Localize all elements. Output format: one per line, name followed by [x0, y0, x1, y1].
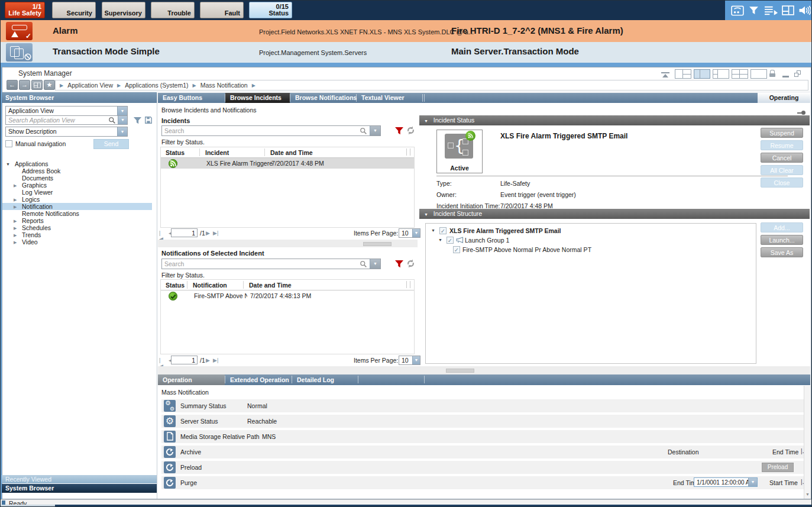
notifications-search-input[interactable]	[161, 259, 381, 269]
column-header-status[interactable]: Status	[166, 282, 185, 289]
notifications-refresh-icon[interactable]	[406, 259, 416, 269]
next-page-icon[interactable]: ▶	[206, 230, 210, 236]
save-filter-icon[interactable]	[144, 116, 153, 124]
alarm-event-row[interactable]: ✓ Alarm Project.Field Networks.XLS XNET …	[1, 20, 812, 42]
splitter-grip[interactable]	[363, 242, 392, 246]
recently-viewed-bar[interactable]: Recently Viewed	[2, 475, 157, 483]
incidents-refresh-icon[interactable]	[406, 125, 416, 135]
column-header-status[interactable]: Status	[166, 149, 185, 156]
restore-icon[interactable]	[794, 70, 801, 77]
sidebar-filter-icon[interactable]	[133, 116, 142, 125]
collapse-arrow-icon[interactable]: ▼	[424, 119, 428, 123]
transaction-event-icon[interactable]	[6, 43, 33, 62]
filter-icon[interactable]	[749, 5, 763, 16]
last-page-icon[interactable]: ▶|	[213, 357, 218, 363]
column-header-incident[interactable]: Incident	[205, 149, 229, 156]
archive-command-icon[interactable]	[164, 446, 176, 458]
window-layout-icon[interactable]	[782, 5, 796, 16]
tab-detailed-log[interactable]: Detailed Log	[292, 374, 358, 385]
life-safety-button[interactable]: 1/1 Life Safety	[5, 2, 45, 18]
pin-icon[interactable]	[797, 111, 805, 115]
tab-browse-notifications[interactable]: Browse Notifications	[290, 93, 356, 103]
close-button[interactable]: Close	[761, 177, 803, 188]
nav-frame-button[interactable]	[31, 80, 43, 90]
last-page-icon[interactable]: ▶|	[213, 230, 218, 236]
tree-item-reports[interactable]: ▶ Reports	[2, 217, 152, 224]
incident-status-header[interactable]: ▼ Incident Status	[419, 115, 810, 125]
event-list-icon[interactable]	[764, 5, 778, 16]
preload-button[interactable]: Preload	[762, 463, 794, 472]
splitter-grip[interactable]	[446, 369, 474, 373]
incidents-page-input[interactable]	[171, 228, 198, 237]
column-header-datetime[interactable]: Date and Time	[270, 149, 313, 156]
tree-item-documents[interactable]: Documents	[2, 175, 152, 182]
suspend-button[interactable]: Suspend	[761, 128, 803, 138]
nav-forward-button[interactable]: →	[19, 80, 30, 90]
tree-item-trends[interactable]: ▶ Trends	[2, 231, 152, 238]
fault-button[interactable]: Fault	[200, 2, 244, 18]
layout-icon-2[interactable]	[694, 69, 710, 79]
chevron-down-icon[interactable]: ▼	[412, 229, 420, 237]
incidents-filter-icon[interactable]	[394, 126, 404, 135]
lock-icon[interactable]	[769, 70, 775, 77]
horizontal-splitter[interactable]	[158, 240, 418, 247]
breadcrumb-item-application-view[interactable]: Application View	[67, 82, 113, 89]
nav-back-button[interactable]: ←	[7, 80, 18, 90]
tab-extended-operation[interactable]: Extended Operation	[225, 374, 292, 385]
layout-icon-3[interactable]	[713, 69, 729, 79]
tree-item-notification[interactable]: ▶ Notification	[2, 203, 152, 210]
structure-node-launch-group[interactable]: ▼ ✓ Launch Group 1	[426, 236, 756, 244]
chevron-down-icon[interactable]: ▼	[412, 356, 420, 364]
tab-easy-buttons[interactable]: Easy Buttons	[158, 93, 225, 103]
status-button[interactable]: 0/15 Status	[249, 2, 292, 18]
tab-browse-incidents[interactable]: Browse Incidents	[225, 93, 290, 103]
tree-item-video[interactable]: ▶ Video	[2, 238, 152, 246]
all-clear-button[interactable]: All Clear	[761, 165, 803, 175]
notifications-filter-icon[interactable]	[394, 259, 404, 269]
node-checkbox[interactable]: ✓	[439, 227, 447, 234]
tree-item-log-viewer[interactable]: Log Viewer	[2, 189, 152, 196]
tree-item-applications[interactable]: ▼ Applications	[2, 160, 152, 167]
tree-item-remote-notifications[interactable]: Remote Notifications	[2, 210, 152, 217]
breadcrumb-item-mass-notification[interactable]: Mass Notification	[200, 82, 248, 89]
search-options-chevron-icon[interactable]: ▼	[370, 126, 380, 135]
display-mode-selector[interactable]: Show Description ▼	[5, 127, 128, 137]
next-page-icon[interactable]: ▶	[206, 357, 210, 363]
layout-icon-1[interactable]	[675, 69, 691, 79]
column-header-datetime[interactable]: Date and Time	[249, 282, 292, 289]
chevron-down-icon[interactable]: ▼	[117, 106, 127, 115]
structure-node-root[interactable]: ▼ ✓ XLS Fire Alarm Triggered SMTP Email	[426, 227, 756, 235]
collapse-arrow-icon[interactable]: ▶	[14, 239, 17, 246]
column-header-notification[interactable]: Notification	[193, 282, 227, 289]
purge-end-time-select[interactable]: 1/1/0001 12:00:00 AM ▼	[694, 477, 758, 487]
layout-icon-5[interactable]	[750, 69, 767, 79]
tree-item-graphics[interactable]: ▶ Graphics	[2, 182, 152, 189]
minimize-icon[interactable]	[782, 76, 789, 77]
expand-arrow-icon[interactable]: ▼	[431, 228, 435, 232]
notifications-items-per-page-select[interactable]: 10 ▼	[399, 356, 420, 365]
tab-textual-viewer[interactable]: Textual Viewer	[357, 93, 422, 103]
tree-item-schedules[interactable]: ▶ Schedules	[2, 224, 152, 231]
notifications-page-input[interactable]	[171, 356, 198, 364]
layout-icon-4[interactable]	[732, 69, 748, 79]
incidents-items-per-page-select[interactable]: 10 ▼	[399, 228, 420, 238]
breadcrumb-item-applications[interactable]: Applications (System1)	[125, 82, 188, 89]
chevron-down-icon[interactable]: ▼	[748, 478, 757, 486]
alarm-event-icon[interactable]: ✓	[6, 22, 33, 40]
expand-arrow-icon[interactable]: ▼	[438, 238, 442, 242]
preload-command-icon[interactable]	[164, 461, 176, 473]
add-button[interactable]: Add...	[761, 222, 803, 232]
security-button[interactable]: Security	[52, 2, 96, 18]
speaker-icon[interactable]	[798, 5, 812, 16]
purge-command-icon[interactable]	[164, 477, 176, 489]
search-options-chevron-icon[interactable]: ▼	[118, 116, 127, 124]
transaction-event-row[interactable]: Transaction Mode Simple Project.Manageme…	[1, 42, 812, 63]
manual-navigation-checkbox[interactable]	[5, 140, 12, 147]
notification-row[interactable]: Fire-SMTP Above Nor 7/20/2017 4:48:13 PM	[161, 290, 414, 301]
node-checkbox[interactable]: ✓	[453, 246, 460, 253]
tree-item-logics[interactable]: ▶ Logics	[2, 196, 152, 203]
incident-structure-header[interactable]: ▼ Incident Structure	[419, 209, 810, 219]
operating-mode-tab[interactable]: Operating	[758, 93, 810, 103]
vertical-scrollbar[interactable]: ▼	[804, 386, 811, 499]
incidents-search-input[interactable]	[161, 125, 381, 136]
